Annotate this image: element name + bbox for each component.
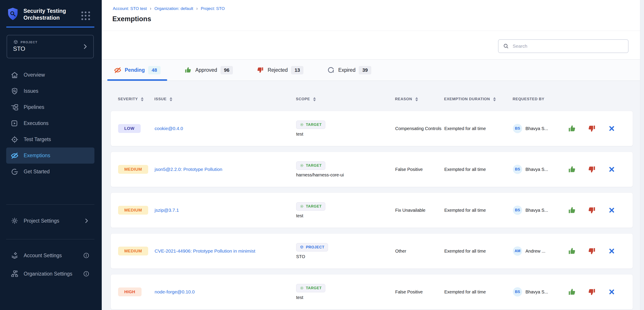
sidebar-item-pipelines[interactable]: Pipelines — [6, 99, 94, 115]
sidebar-item-get-started[interactable]: Get Started — [6, 164, 94, 180]
table-header-row: SEVERITY ISSUE SCOPE REASON EXEMPTION DU… — [110, 81, 633, 111]
exemption-duration-text: Exempted for all time — [444, 290, 486, 294]
approve-button[interactable] — [568, 206, 576, 214]
exemption-duration-text: Exempted for all time — [444, 208, 486, 213]
tab-approved[interactable]: Approved 96 — [178, 60, 240, 81]
search-input[interactable] — [513, 43, 624, 49]
reject-button[interactable] — [588, 206, 596, 214]
avatar: BS — [513, 124, 522, 133]
tab-label: Pending — [125, 67, 145, 73]
column-header-reason[interactable]: REASON — [395, 97, 444, 101]
target-icon — [300, 204, 304, 208]
cancel-button[interactable] — [608, 247, 616, 255]
apps-grid-icon[interactable] — [82, 11, 90, 20]
scope-chip: TARGET — [296, 284, 325, 292]
sidebar-item-label: Pipelines — [24, 104, 44, 110]
table-row[interactable]: MEDIUM json5@2.2.0: Prototype Pollution … — [110, 152, 633, 187]
sidebar-divider — [6, 239, 94, 239]
target-icon — [300, 286, 304, 290]
exemption-duration-text: Exempted for all time — [444, 167, 486, 172]
breadcrumb-project[interactable]: Project: STO — [201, 6, 225, 11]
column-header-scope[interactable]: SCOPE — [296, 97, 395, 101]
scope-type-label: TARGET — [306, 286, 322, 290]
issue-link[interactable]: CVE-2021-44906: Prototype Pollution in m… — [154, 248, 255, 255]
layers-gear-icon — [10, 252, 18, 259]
sidebar-item-account-settings[interactable]: Account Settings — [6, 247, 94, 264]
sort-icon[interactable] — [415, 97, 418, 101]
cancel-button[interactable] — [608, 124, 616, 133]
scope-type-label: TARGET — [306, 163, 322, 168]
breadcrumb-organization[interactable]: Organization: default — [154, 6, 193, 11]
sidebar-item-issues[interactable]: Issues — [6, 83, 94, 99]
reason-text: Fix Unavailable — [395, 208, 426, 213]
column-header-severity[interactable]: SEVERITY — [118, 97, 154, 101]
reject-button[interactable] — [588, 124, 596, 133]
issue-link[interactable]: json5@2.2.0: Prototype Pollution — [154, 166, 222, 173]
avatar: BS — [513, 287, 522, 297]
column-header-issue[interactable]: ISSUE — [154, 97, 296, 101]
table-row[interactable]: HIGH node-forge@0.10.0 TARGET test False… — [110, 274, 633, 310]
sidebar-accent-bar — [6, 26, 94, 28]
tab-expired[interactable]: Expired 39 — [321, 60, 378, 81]
approve-button[interactable] — [568, 247, 576, 255]
target-icon — [300, 163, 304, 167]
sidebar-item-label: Overview — [24, 72, 45, 78]
sort-icon[interactable] — [141, 97, 144, 101]
issue-link[interactable]: cookie@0.4.0 — [154, 125, 183, 132]
table-row[interactable]: MEDIUM jszip@3.7.1 TARGET test Fix Unava… — [110, 192, 633, 228]
table-row[interactable]: LOW cookie@0.4.0 TARGET test Compensatin… — [110, 111, 633, 146]
scope-chip: PROJECT — [296, 243, 328, 252]
scope-name: harness/harness-core-ui — [296, 172, 344, 177]
reason-text: False Positive — [395, 167, 423, 172]
scrollbar[interactable] — [640, 0, 644, 310]
sidebar-item-organization-settings[interactable]: Organization Settings — [6, 266, 94, 282]
get-started-icon — [10, 168, 18, 176]
info-icon[interactable] — [83, 271, 90, 277]
sidebar-item-executions[interactable]: Executions — [6, 115, 94, 131]
eye-off-icon — [114, 66, 122, 74]
cancel-button[interactable] — [608, 288, 616, 296]
approve-button[interactable] — [568, 124, 576, 133]
reject-button[interactable] — [588, 165, 596, 173]
reject-button[interactable] — [588, 288, 596, 296]
tab-count-badge: 13 — [291, 66, 304, 74]
reason-text: False Positive — [395, 290, 423, 294]
approve-button[interactable] — [568, 165, 576, 173]
sidebar-item-project-settings[interactable]: Project Settings — [6, 213, 94, 229]
requester-name: Bhavya S... — [526, 208, 548, 213]
search-box[interactable] — [498, 39, 628, 53]
sidebar-item-exemptions[interactable]: Exemptions — [6, 148, 94, 164]
cancel-button[interactable] — [608, 206, 616, 214]
issue-link[interactable]: node-forge@0.10.0 — [154, 288, 194, 296]
scope-type-label: TARGET — [306, 204, 322, 209]
target-icon — [300, 123, 304, 127]
sort-icon[interactable] — [170, 97, 172, 101]
project-selector[interactable]: PROJECT STO — [7, 35, 94, 58]
issue-link[interactable]: jszip@3.7.1 — [154, 207, 179, 214]
reason-text: Other — [395, 249, 406, 254]
sidebar-header: Security Testing Orchestration — [0, 0, 102, 26]
column-header-exemption-duration[interactable]: EXEMPTION DURATION — [444, 97, 513, 101]
scope-name: test — [296, 132, 303, 137]
reject-button[interactable] — [588, 247, 596, 255]
tab-rejected[interactable]: Rejected 13 — [250, 60, 310, 81]
shield-search-icon — [10, 87, 18, 95]
sort-icon[interactable] — [493, 97, 496, 101]
table-row[interactable]: MEDIUM CVE-2021-44906: Prototype Polluti… — [110, 233, 633, 269]
cancel-button[interactable] — [608, 165, 616, 173]
breadcrumb-separator: › — [196, 6, 198, 11]
severity-badge: MEDIUM — [118, 247, 148, 256]
product-title: Security Testing Orchestration — [24, 7, 72, 21]
sidebar-nav: Overview Issues Pipelines Executions Tes… — [0, 67, 102, 180]
approve-button[interactable] — [568, 288, 576, 296]
tab-count-badge: 96 — [220, 66, 233, 74]
sidebar-item-test-targets[interactable]: Test Targets — [6, 131, 94, 148]
tab-pending[interactable]: Pending 48 — [107, 60, 167, 81]
cube-icon — [300, 245, 304, 249]
sidebar-item-overview[interactable]: Overview — [6, 67, 94, 83]
project-selector-value: STO — [13, 45, 25, 52]
info-icon[interactable] — [83, 252, 90, 259]
sort-icon[interactable] — [313, 97, 316, 101]
requester-name: Andrew ... — [526, 249, 545, 254]
breadcrumb-account[interactable]: Account: STO test — [113, 6, 147, 11]
